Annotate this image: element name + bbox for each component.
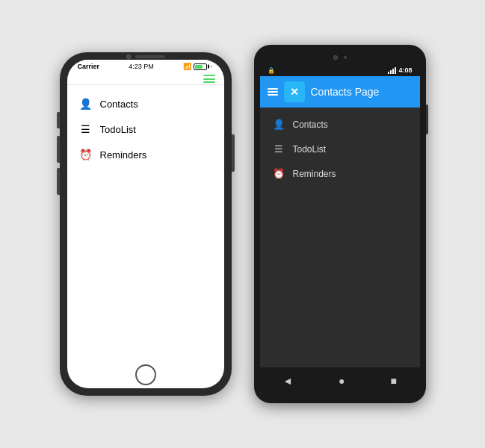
ios-contacts-label: Contacts — [100, 99, 138, 110]
android-reminders-icon: ⏰ — [272, 168, 285, 179]
ios-carrier: Carrier — [78, 63, 100, 70]
signal-icon — [388, 67, 396, 74]
ios-time: 4:23 PM — [129, 63, 154, 70]
android-status-icons: 4:08 — [388, 66, 412, 74]
ios-camera-lens — [126, 55, 131, 59]
battery-fill — [195, 65, 203, 69]
ios-home-indicator-area — [67, 360, 224, 388]
android-screen: 🔒 4:08 ✕ Contacts Page — [260, 64, 420, 394]
android-recent-button[interactable]: ■ — [387, 372, 399, 390]
android-home-button[interactable]: ● — [336, 372, 347, 390]
todolist-icon: ☰ — [79, 123, 93, 135]
ios-toolbar — [67, 72, 224, 85]
ios-todolist-label: TodoList — [100, 124, 136, 135]
android-nav-bar: ◄ ● ■ — [260, 367, 420, 394]
battery-plus: + — [210, 63, 214, 70]
android-todolist-label: TodoList — [293, 144, 327, 155]
ios-nav-list: 👤 Contacts ☰ TodoList ⏰ Reminders — [67, 85, 224, 360]
contacts-icon: 👤 — [79, 98, 93, 110]
android-contacts-icon: 👤 — [272, 119, 285, 130]
android-nav-contacts[interactable]: 👤 Contacts — [260, 112, 420, 137]
wifi-icon: 📶 — [183, 63, 191, 70]
ios-status-bar: Carrier 4:23 PM 📶 + — [67, 60, 224, 72]
ios-volume-down-button — [57, 168, 60, 195]
reminders-icon: ⏰ — [79, 149, 93, 161]
ios-menu-button[interactable] — [203, 75, 215, 83]
ios-home-button[interactable] — [135, 364, 156, 385]
ios-nav-todolist[interactable]: ☰ TodoList — [67, 116, 224, 142]
android-phone: 🔒 4:08 ✕ Contacts Page — [254, 45, 426, 403]
android-nav-reminders[interactable]: ⏰ Reminders — [260, 161, 420, 186]
android-reminders-label: Reminders — [293, 169, 336, 179]
ios-nav-reminders[interactable]: ⏰ Reminders — [67, 142, 224, 167]
ios-power-button — [232, 134, 235, 172]
ios-camera-area — [126, 55, 165, 59]
android-power-button — [426, 105, 428, 134]
app-logo: ✕ — [284, 81, 305, 102]
ios-nav-contacts[interactable]: 👤 Contacts — [67, 91, 224, 116]
ios-phone: Carrier 4:23 PM 📶 + 👤 Contacts — [60, 52, 232, 396]
ios-reminders-label: Reminders — [100, 149, 147, 161]
android-todolist-icon: ☰ — [272, 143, 285, 155]
app-logo-icon: ✕ — [290, 86, 299, 98]
ios-speaker — [135, 55, 165, 58]
android-time: 4:08 — [398, 66, 412, 74]
android-toolbar: ✕ Contacts Page — [260, 76, 420, 108]
android-nav-list: 👤 Contacts ☰ TodoList ⏰ Reminders — [260, 108, 420, 367]
android-back-button[interactable]: ◄ — [279, 372, 296, 390]
toolbar-title: Contacts Page — [311, 86, 380, 98]
android-nav-todolist[interactable]: ☰ TodoList — [260, 137, 420, 161]
android-menu-button[interactable] — [268, 88, 278, 96]
android-status-bar: 🔒 4:08 — [260, 64, 420, 76]
android-camera-lens — [333, 55, 338, 60]
ios-volume-up-button — [57, 136, 60, 163]
ios-screen: Carrier 4:23 PM 📶 + 👤 Contacts — [67, 60, 224, 388]
android-camera-area — [260, 51, 420, 64]
android-lock-icon: 🔒 — [268, 67, 275, 74]
ios-status-icons: 📶 + — [183, 63, 214, 70]
android-speaker — [344, 56, 347, 59]
battery-icon — [194, 63, 207, 70]
android-contacts-label: Contacts — [293, 119, 328, 130]
ios-mute-button — [57, 112, 60, 128]
